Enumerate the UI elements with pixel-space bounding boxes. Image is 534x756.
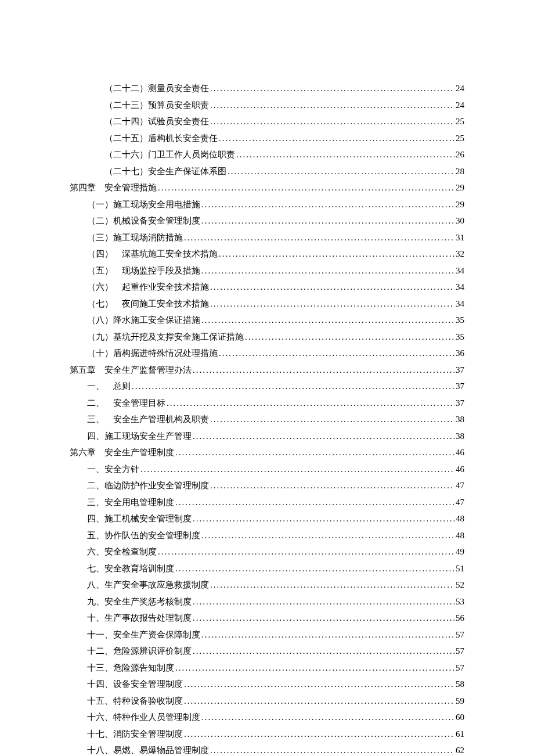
toc-entry: 一、安全方针46 [70, 461, 464, 478]
toc-entry-page: 36 [456, 345, 464, 362]
toc-entry-page: 38 [456, 411, 464, 428]
toc-entry-label: （二十六）门卫工作人员岗位职责 [104, 146, 235, 163]
toc-entry: （七） 夜间施工安全技术措施34 [70, 296, 464, 312]
toc-entry-page: 29 [456, 196, 464, 213]
toc-entry-page: 25 [456, 130, 464, 147]
toc-entry-page: 35 [456, 329, 464, 345]
toc-entry-page: 28 [456, 163, 464, 180]
toc-entry-page: 57 [456, 643, 464, 660]
toc-entry-label: （二十二）测量员安全责任 [104, 80, 209, 97]
toc-entry: 十四、设备安全管理制度58 [70, 676, 464, 693]
toc-entry-label: 十三、危险源告知制度 [87, 660, 174, 676]
toc-entry-page: 34 [456, 262, 464, 279]
toc-dot-leader [193, 593, 454, 610]
toc-entry-label: 八、生产安全事故应急救援制度 [87, 577, 209, 593]
toc-entry: （二十三）预算员安全职责24 [70, 97, 464, 114]
toc-entry-page: 59 [456, 693, 464, 710]
toc-dot-leader [219, 246, 454, 262]
toc-entry-label: 十五、特种设备验收制度 [87, 693, 183, 710]
toc-entry-label: 第五章 安全生产监督管理办法 [70, 362, 192, 379]
toc-entry-label: （二十七）安全生产保证体系图 [104, 163, 226, 180]
toc-entry: 十一、安全生产资金保障制度57 [70, 627, 464, 643]
toc-dot-leader [184, 693, 454, 710]
toc-entry: （八）降水施工安全保证措施35 [70, 312, 464, 329]
toc-dot-leader [201, 527, 454, 544]
toc-entry: 第四章 安全管理措施29 [70, 179, 464, 196]
toc-entry-page: 60 [456, 709, 464, 726]
toc-entry-page: 38 [456, 428, 464, 445]
toc-entry-page: 24 [456, 80, 464, 97]
toc-dot-leader [201, 312, 454, 329]
toc-dot-leader [210, 742, 454, 756]
toc-dot-leader [219, 130, 454, 147]
toc-dot-leader [210, 97, 454, 114]
toc-dot-leader [167, 395, 454, 412]
toc-dot-leader [193, 428, 454, 445]
toc-entry: （二十六）门卫工作人员岗位职责26 [70, 146, 464, 163]
toc-entry-page: 30 [456, 213, 464, 229]
toc-dot-leader [193, 610, 454, 627]
toc-entry-label: 十六、特种作业人员管理制度 [87, 709, 200, 726]
toc-entry-label: 十一、安全生产资金保障制度 [87, 627, 200, 643]
toc-entry: 十二、危险源辨识评价制度57 [70, 643, 464, 660]
toc-entry-label: 四、施工机械安全管理制度 [87, 510, 192, 527]
toc-entry-page: 32 [456, 246, 464, 262]
toc-entry-page: 37 [456, 378, 464, 395]
table-of-contents: （二十二）测量员安全责任24（二十三）预算员安全职责24（二十四）试验员安全责任… [70, 80, 464, 756]
toc-entry-label: 三、安全用电管理制度 [87, 494, 174, 511]
toc-entry: 十、生产事故报告处理制度56 [70, 610, 464, 627]
toc-entry: 九、安全生产奖惩考核制度53 [70, 593, 464, 610]
toc-entry-label: （九）基坑开挖及支撑安全施工保证措施 [87, 329, 244, 345]
toc-entry-label: （五） 现场监控手段及措施 [87, 262, 200, 279]
toc-entry: （十）盾构掘进特殊情况处理措施36 [70, 345, 464, 362]
toc-entry-page: 57 [456, 660, 464, 676]
toc-entry-label: （二十五）盾构机长安全责任 [104, 130, 218, 147]
toc-entry-label: 第四章 安全管理措施 [70, 179, 157, 196]
toc-entry: 四、施工现场安全生产管理38 [70, 428, 464, 445]
toc-dot-leader [210, 279, 454, 296]
toc-entry-page: 24 [456, 97, 464, 114]
toc-entry-label: 十、生产事故报告处理制度 [87, 610, 192, 627]
toc-dot-leader [228, 163, 454, 180]
toc-entry-page: 34 [456, 279, 464, 296]
toc-entry-label: 五、协作队伍的安全管理制度 [87, 527, 200, 544]
toc-entry-page: 46 [456, 461, 464, 478]
toc-entry-page: 48 [456, 527, 464, 544]
toc-entry: （二十五）盾构机长安全责任25 [70, 130, 464, 147]
toc-entry-page: 56 [456, 610, 464, 627]
toc-entry: 七、安全教育培训制度51 [70, 560, 464, 577]
toc-entry: （二）机械设备安全管理制度30 [70, 213, 464, 229]
toc-dot-leader [193, 510, 454, 527]
toc-dot-leader [175, 660, 454, 676]
toc-dot-leader [219, 345, 454, 362]
toc-entry-label: 二、 安全管理目标 [87, 395, 165, 412]
toc-dot-leader [201, 196, 454, 213]
toc-entry-page: 52 [456, 577, 464, 593]
toc-entry: 六、安全检查制度49 [70, 543, 464, 560]
toc-entry-page: 58 [456, 676, 464, 693]
toc-entry: 一、 总则37 [70, 378, 464, 395]
toc-entry: （三）施工现场消防措施31 [70, 229, 464, 246]
toc-dot-leader [193, 643, 454, 660]
toc-entry-page: 53 [456, 593, 464, 610]
toc-entry-page: 47 [456, 477, 464, 494]
toc-entry-label: 七、安全教育培训制度 [87, 560, 174, 577]
toc-dot-leader [193, 362, 454, 379]
toc-entry-page: 48 [456, 510, 464, 527]
toc-entry: 十六、特种作业人员管理制度60 [70, 709, 464, 726]
toc-entry-page: 37 [456, 362, 464, 379]
toc-entry-label: （二十三）预算员安全职责 [104, 97, 209, 114]
toc-entry-label: （十）盾构掘进特殊情况处理措施 [87, 345, 218, 362]
toc-entry-page: 34 [456, 296, 464, 312]
toc-entry-page: 47 [456, 494, 464, 511]
toc-entry: 二、临边防护作业安全管理制度47 [70, 477, 464, 494]
toc-entry-label: （三）施工现场消防措施 [87, 229, 183, 246]
toc-entry-label: （六） 起重作业安全技术措施 [87, 279, 209, 296]
toc-dot-leader [210, 411, 454, 428]
toc-entry: 二、 安全管理目标37 [70, 395, 464, 412]
toc-entry-label: 二、临边防护作业安全管理制度 [87, 477, 209, 494]
toc-dot-leader [158, 179, 454, 196]
toc-entry: 第六章 安全生产管理制度46 [70, 444, 464, 461]
toc-entry-page: 61 [456, 726, 464, 743]
toc-entry-label: 一、安全方针 [87, 461, 139, 478]
